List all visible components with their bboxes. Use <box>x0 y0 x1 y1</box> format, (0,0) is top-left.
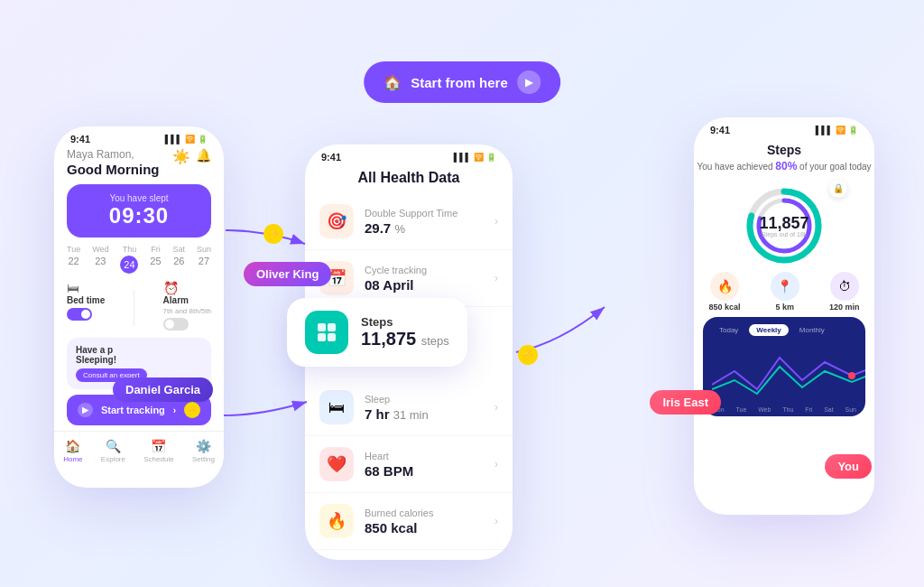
bolt-badge-2: ⚡ <box>518 345 538 365</box>
chevron-icon: › <box>494 215 498 228</box>
callout-oliver: Oliver King <box>244 262 331 286</box>
nav-bar: 🏠 Home 🔍 Explore 📅 Schedule ⚙️ Setting <box>54 431 224 467</box>
start-button-label: Start from here <box>411 75 508 90</box>
nav-schedule[interactable]: 📅 Schedule <box>143 439 173 463</box>
callout-you: You <box>825 454 872 479</box>
phone2-status-icons: ▌▌▌🛜🔋 <box>454 153 496 162</box>
phone1-time: 9:41 <box>70 134 90 144</box>
bolt-icon: ⚡ <box>184 402 200 418</box>
nav-explore[interactable]: 🔍 Explore <box>101 439 125 463</box>
heart-text: Heart 68 BPM <box>365 451 413 479</box>
sleep-text: Sleep 7 hr 31 min <box>365 394 429 422</box>
cal-day-fri: Fri 25 <box>150 245 161 274</box>
stats-row: 🔥 850 kcal 📍 5 km ⏱ 120 min <box>694 272 874 312</box>
start-from-here-button[interactable]: 🏠 Start from here ▶ <box>364 61 560 103</box>
steps-label: Steps <box>361 315 449 329</box>
schedule-nav-icon: 📅 <box>151 439 166 453</box>
nav-setting[interactable]: ⚙️ Setting <box>192 439 215 463</box>
alarm-label: Alarm <box>163 295 211 305</box>
stat-distance: 📍 5 km <box>771 272 799 312</box>
phone-sleep: 9:41 ▌▌▌🛜🔋 Maya Ramon, Good Morning ☀️ 🔔… <box>54 126 224 488</box>
heart-icon-box: ❤️ <box>319 447 354 481</box>
circle-progress: 11,857 Steps out of 18k <box>744 185 825 266</box>
svg-rect-3 <box>328 333 336 341</box>
play-icon: ▶ <box>517 70 541 94</box>
stat-time: ⏱ 120 min <box>829 272 860 312</box>
time-stat-icon: ⏱ <box>830 272 859 301</box>
calories-text: Burned calories 850 kcal <box>365 508 433 536</box>
phone3-status-icons: ▌▌▌🛜🔋 <box>816 126 858 135</box>
chevron-icon-5: › <box>494 515 498 527</box>
toggles-row: 🛏 Bed time ⏰ Alarm 7th and 8th/5th <box>67 281 211 331</box>
steps-subtitle: You have achieved 80% of your goal today <box>694 159 874 180</box>
target-icon: 🎯 <box>327 211 346 231</box>
callout-daniel: Daniel Garcia <box>113 377 213 402</box>
track-arrow-icon: › <box>173 405 176 415</box>
steps-small-label: Steps out of 18k <box>759 230 808 237</box>
chart-labels: MonTueWebThuFriSatSun <box>712 406 856 413</box>
alarm-toggle[interactable] <box>163 318 189 331</box>
health-item-sleep[interactable]: 🛏 Sleep 7 hr 31 min › <box>305 379 513 436</box>
home-icon: 🏠 <box>383 74 402 91</box>
phone3-header: 9:41 ▌▌▌🛜🔋 <box>694 117 874 139</box>
steps-floating-card: Steps 11,875 steps <box>287 298 467 367</box>
sleep-time: 09:30 <box>79 203 199 228</box>
heart-icon: ❤️ <box>327 454 346 474</box>
sleeping-label: Sleeping! <box>76 355 116 365</box>
nav-home[interactable]: 🏠 Home <box>63 439 82 463</box>
cal-day-sat: Sat 26 <box>173 245 186 274</box>
double-support-icon-box: 🎯 <box>319 204 354 238</box>
greeting-text: Maya Ramon, <box>67 148 159 161</box>
health-item-heart[interactable]: ❤️ Heart 68 BPM › <box>305 436 513 493</box>
circle-progress-container: 🔒 11,857 Steps out of 18k <box>694 185 874 266</box>
chevron-icon-3: › <box>494 401 498 414</box>
steps-info: Steps 11,875 steps <box>361 315 449 349</box>
chevron-icon-2: › <box>494 272 498 284</box>
steps-title: Steps <box>694 139 874 159</box>
good-morning-text: Good Morning <box>67 162 159 177</box>
setting-nav-icon: ⚙️ <box>196 439 211 453</box>
home-nav-icon: 🏠 <box>65 439 80 453</box>
all-health-data-title: All Health Data <box>305 166 513 193</box>
sleep-label: You have slept <box>79 193 199 203</box>
phone1-header: 9:41 ▌▌▌🛜🔋 <box>54 126 224 148</box>
steps-big-number: 11,857 <box>759 214 808 230</box>
chart-tabs: Today Weekly Monthly <box>712 324 856 336</box>
chart-area: Today Weekly Monthly MonTueWebThuFriSatS… <box>703 317 865 416</box>
cycle-text: Cycle tracking 08 April <box>365 265 427 293</box>
alarm-sub: 7th and 8th/5th <box>163 307 211 315</box>
tab-monthly[interactable]: Monthly <box>792 324 832 336</box>
chevron-icon-4: › <box>494 458 498 471</box>
cal-day-tue: Tue 22 <box>67 245 80 274</box>
double-support-text: Double Support Time 29.7 % <box>365 208 457 236</box>
circle-center: 11,857 Steps out of 18k <box>759 214 808 237</box>
calories-icon-box: 🔥 <box>319 504 354 538</box>
distance-stat-icon: 📍 <box>771 272 799 301</box>
calories-stat-icon: 🔥 <box>710 272 739 301</box>
cal-day-sun: Sun 27 <box>197 245 211 274</box>
sleep-card: You have slept 09:30 <box>67 184 211 238</box>
tab-today[interactable]: Today <box>712 324 745 336</box>
svg-point-8 <box>848 372 855 379</box>
bolt-badge-1: ⚡ <box>263 224 283 244</box>
steps-icon-big <box>305 311 348 354</box>
bed-time-toggle[interactable] <box>67 308 92 321</box>
health-item-double-support[interactable]: 🎯 Double Support Time 29.7 % › <box>305 193 513 250</box>
svg-rect-1 <box>328 323 336 331</box>
sleep-icon-box: 🛏 <box>319 390 354 424</box>
calendar-row: Tue 22 Wed 23 Thu 24 Fri 25 Sat 26 Sun 2… <box>67 245 211 274</box>
start-tracking-label: Start tracking <box>101 405 165 415</box>
fire-icon: 🔥 <box>327 511 346 531</box>
bed-icon: 🛏 <box>328 398 345 417</box>
cal-day-thu-active[interactable]: Thu 24 <box>120 245 138 274</box>
tab-weekly[interactable]: Weekly <box>749 324 788 336</box>
status-icons: ▌▌▌🛜🔋 <box>165 135 208 144</box>
explore-nav-icon: 🔍 <box>106 439 121 453</box>
health-item-calories[interactable]: 🔥 Burned calories 850 kcal › <box>305 493 513 550</box>
bell-icon: 🔔 <box>196 148 211 165</box>
phone3-time: 9:41 <box>710 125 730 135</box>
sun-icon: ☀️ <box>172 148 190 165</box>
phone2-time: 9:41 <box>321 152 341 163</box>
callout-iris: Iris East <box>650 390 721 415</box>
stat-calories: 🔥 850 kcal <box>709 272 741 312</box>
